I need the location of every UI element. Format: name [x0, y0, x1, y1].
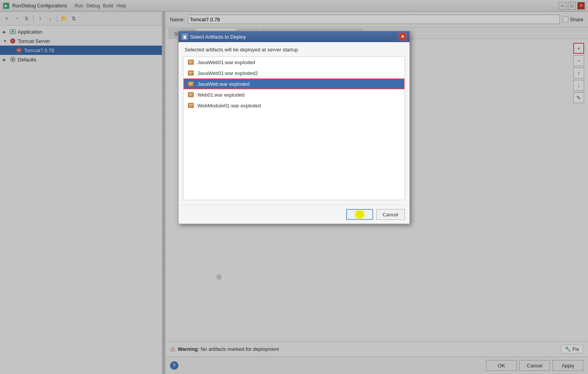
svg-rect-21 [189, 104, 193, 105]
modal-title-icon: 📋 [182, 34, 188, 40]
modal-description: Selected artifacts will be deployed at s… [183, 47, 405, 53]
svg-rect-19 [189, 95, 192, 96]
artifact-icon-4 [187, 102, 194, 109]
svg-rect-22 [189, 106, 192, 107]
svg-rect-11 [188, 71, 194, 75]
artifact-label-1: JavaWeb01:war exploded2 [197, 70, 258, 76]
artifact-item-webmodule01-war[interactable]: WebModule01:war exploded [184, 100, 404, 111]
artifact-icon-3 [187, 91, 194, 98]
svg-rect-17 [188, 92, 194, 97]
svg-rect-10 [189, 63, 192, 63]
modal-overlay: 📋 Select Artifacts to Deploy ✕ Selected … [0, 0, 588, 374]
svg-rect-13 [189, 73, 192, 74]
svg-rect-18 [189, 94, 193, 94]
artifact-label-3: Web01:war exploded [197, 92, 245, 98]
modal-ok-button[interactable]: OK [346, 209, 373, 220]
svg-rect-8 [188, 60, 194, 65]
artifact-label-0: JavaWeb01:war exploded [197, 60, 255, 65]
svg-rect-14 [188, 82, 194, 86]
modal-body: Selected artifacts will be deployed at s… [178, 42, 410, 205]
artifact-item-web01-war[interactable]: Web01:war exploded [184, 89, 404, 100]
svg-rect-20 [188, 103, 194, 108]
artifact-item-javaweb-war[interactable]: JavaWeb:war exploded [184, 78, 404, 89]
artifact-list: JavaWeb01:war exploded JavaWeb01:war exp… [183, 56, 405, 200]
modal-title: Select Artifacts to Deploy [190, 34, 246, 40]
artifact-item-javaweb01-war2[interactable]: JavaWeb01:war exploded2 [184, 68, 404, 78]
modal-titlebar: 📋 Select Artifacts to Deploy ✕ [178, 31, 410, 42]
modal-title-left: 📋 Select Artifacts to Deploy [182, 34, 246, 40]
svg-rect-9 [189, 61, 193, 62]
artifact-icon-2 [187, 80, 194, 87]
modal-close-button[interactable]: ✕ [399, 33, 406, 41]
svg-rect-12 [189, 72, 193, 73]
artifact-label-4: WebModule01:war exploded [197, 103, 261, 109]
svg-rect-16 [189, 84, 192, 85]
modal-dialog: 📋 Select Artifacts to Deploy ✕ Selected … [178, 31, 410, 224]
artifact-icon-0 [187, 59, 194, 66]
artifact-item-javaweb01-war[interactable]: JavaWeb01:war exploded [184, 57, 404, 68]
artifact-label-2: JavaWeb:war exploded [197, 81, 250, 87]
svg-rect-15 [189, 83, 193, 83]
modal-cancel-button[interactable]: Cancel [376, 209, 405, 220]
modal-footer: OK Cancel [178, 205, 410, 224]
artifact-icon-1 [187, 70, 194, 76]
